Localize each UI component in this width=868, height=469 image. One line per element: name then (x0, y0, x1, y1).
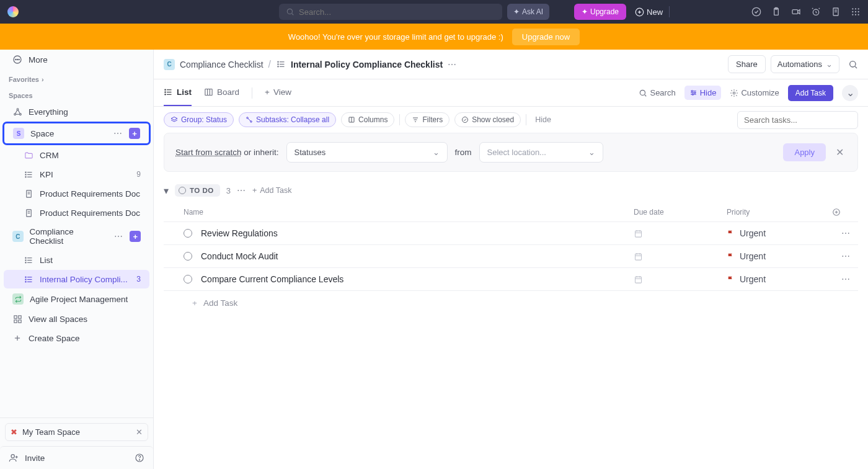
task-priority[interactable]: Urgent (727, 274, 832, 284)
group-add-task[interactable]: + Add Task (252, 186, 292, 195)
team-space-chip[interactable]: ✖ My Team Space ✕ (5, 423, 148, 441)
task-name[interactable]: Conduct Mock Audit (201, 251, 634, 261)
collapse-caret[interactable]: ▾ (164, 185, 169, 197)
col-name[interactable]: Name (184, 208, 634, 217)
view-board[interactable]: Board (204, 79, 239, 106)
favorites-section[interactable]: Favorites › (0, 69, 153, 86)
hide-tool[interactable]: Hide (684, 86, 722, 100)
svg-point-94 (691, 91, 693, 92)
task-status-circle[interactable] (184, 275, 192, 284)
cc-add-button[interactable]: + (130, 231, 141, 242)
crumb-parent[interactable]: Compliance Checklist (180, 60, 264, 69)
task-due-date[interactable] (634, 275, 727, 284)
task-more-icon[interactable]: ⋯ (832, 228, 851, 238)
sidebar-kpi[interactable]: KPI 9 (4, 165, 149, 184)
sidebar-invite[interactable]: Invite (0, 446, 153, 469)
task-more-icon[interactable]: ⋯ (832, 251, 851, 261)
sidebar-list[interactable]: List (4, 251, 149, 269)
sidebar-policy-active[interactable]: Internal Policy Compli... 3 (4, 270, 149, 288)
space-add-button[interactable]: + (129, 128, 140, 139)
task-more-icon[interactable]: ⋯ (832, 274, 851, 284)
filters-chip[interactable]: Filters (405, 112, 450, 127)
task-priority[interactable]: Urgent (727, 251, 832, 261)
search-icon[interactable] (848, 60, 858, 69)
task-name[interactable]: Compare Current Compliance Levels (201, 274, 634, 284)
task-due-date[interactable] (634, 252, 727, 261)
svg-point-24 (852, 14, 853, 16)
video-icon[interactable] (791, 7, 801, 17)
svg-point-40 (25, 172, 25, 172)
add-task-button[interactable]: Add Task (788, 85, 833, 101)
addtask-chevron[interactable]: ⌄ (842, 85, 858, 101)
search-tasks[interactable] (737, 111, 858, 129)
global-search[interactable] (279, 4, 502, 20)
group-chip[interactable]: Group: Status (164, 112, 234, 127)
sidebar-everything[interactable]: Everything (4, 102, 149, 121)
location-select[interactable]: Select location... ⌄ (479, 142, 603, 163)
sidebar-crm[interactable]: CRM (4, 146, 149, 164)
automations-button[interactable]: Automations ⌄ (771, 55, 839, 73)
group-more-icon[interactable]: ⋯ (237, 185, 246, 195)
svg-point-53 (25, 259, 25, 260)
col-due[interactable]: Due date (634, 208, 727, 217)
crumb-current[interactable]: Internal Policy Compliance Checklist (291, 60, 443, 69)
crumb-more-icon[interactable]: ⋯ (448, 60, 457, 69)
customize-tool[interactable]: Customize (730, 88, 779, 97)
cc-more-icon[interactable]: ⋯ (114, 231, 123, 241)
help-icon[interactable] (135, 453, 144, 463)
search-tasks-input[interactable] (744, 115, 851, 125)
ask-ai-button[interactable]: ✦ Ask AI (507, 4, 549, 20)
sidebar-apm[interactable]: Agile Project Management (4, 289, 149, 309)
app-logo[interactable] (7, 6, 19, 17)
alarm-icon[interactable] (811, 7, 821, 17)
sidebar-prd2[interactable]: Product Requirements Doc (4, 203, 149, 222)
more-icon (12, 55, 22, 65)
space-more-icon[interactable]: ⋯ (113, 128, 123, 138)
hide-link[interactable]: Hide (531, 115, 555, 124)
apps-icon[interactable] (851, 7, 861, 17)
clipboard-icon[interactable] (771, 7, 781, 17)
doc-icon[interactable] (831, 7, 841, 17)
showclosed-chip[interactable]: Show closed (454, 112, 521, 127)
sidebar-prd1[interactable]: Product Requirements Doc (4, 184, 149, 203)
share-button[interactable]: Share (728, 55, 766, 73)
statuses-select[interactable]: Statuses ⌄ (286, 142, 448, 163)
upgrade-button[interactable]: ✦ Upgrade (574, 4, 626, 20)
table-row[interactable]: Compare Current Compliance LevelsUrgent⋯ (164, 268, 858, 291)
apply-button[interactable]: Apply (783, 143, 826, 161)
sidebar-create-space[interactable]: Create Space (4, 329, 149, 347)
add-task-row[interactable]: + Add Task (164, 291, 858, 315)
separator (399, 114, 400, 125)
add-view[interactable]: + View (265, 79, 291, 106)
sidebar-compliance[interactable]: C Compliance Checklist ⋯ + (4, 223, 149, 250)
inherit-scratch[interactable]: Start from scratch (175, 148, 242, 157)
search-input[interactable] (299, 7, 496, 17)
search-tool[interactable]: Search (639, 88, 675, 97)
new-button[interactable]: New (635, 7, 663, 17)
task-status-circle[interactable] (184, 252, 192, 261)
svg-line-14 (819, 8, 820, 9)
table-row[interactable]: Conduct Mock AuditUrgent⋯ (164, 245, 858, 268)
sidebar-space[interactable]: S Space ⋯ + (4, 123, 149, 143)
svg-point-5 (752, 7, 760, 16)
task-due-date[interactable] (634, 229, 727, 238)
ask-ai-label: Ask AI (522, 7, 543, 16)
check-circle-icon[interactable] (751, 7, 761, 17)
status-pill[interactable]: TO DO (175, 184, 220, 197)
task-priority[interactable]: Urgent (727, 228, 832, 238)
table-row[interactable]: Review RegulationsUrgent⋯ (164, 222, 858, 245)
task-status-circle[interactable] (184, 229, 192, 238)
invite-label: Invite (25, 453, 45, 463)
svg-point-20 (858, 8, 859, 9)
view-list[interactable]: List (164, 79, 192, 106)
col-priority[interactable]: Priority (727, 208, 832, 217)
sidebar-more[interactable]: More (4, 50, 149, 69)
task-name[interactable]: Review Regulations (201, 228, 634, 238)
close-icon[interactable]: ✕ (136, 427, 143, 437)
add-column-icon[interactable] (832, 208, 851, 217)
upgrade-now-button[interactable]: Upgrade now (512, 29, 580, 45)
sidebar-viewall[interactable]: View all Spaces (4, 310, 149, 328)
subtasks-chip[interactable]: Subtasks: Collapse all (239, 112, 336, 127)
columns-chip[interactable]: Columns (341, 112, 394, 127)
close-icon[interactable]: ✕ (833, 144, 846, 161)
